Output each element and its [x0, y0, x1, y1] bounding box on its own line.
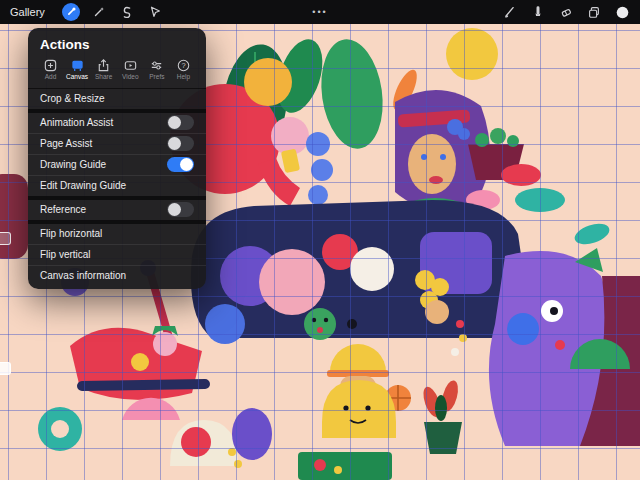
svg-text:?: ?: [181, 61, 185, 70]
actions-tab-bar: Add Canvas Share Video Prefs: [28, 57, 206, 88]
selection-icon[interactable]: [116, 1, 138, 23]
menu-section-crop: Crop & Resize: [28, 88, 206, 109]
smudge-icon[interactable]: [527, 1, 549, 23]
menu-item-page-assist[interactable]: Page Assist: [28, 133, 206, 154]
page-assist-toggle[interactable]: [167, 136, 194, 151]
sidebar-modify-button[interactable]: [0, 232, 11, 245]
animation-assist-toggle[interactable]: [167, 115, 194, 130]
tab-canvas[interactable]: Canvas: [65, 58, 90, 81]
menu-item-drawing-guide[interactable]: Drawing Guide: [28, 154, 206, 175]
actions-menu: Actions Add Canvas Share Video: [28, 28, 206, 289]
transform-icon[interactable]: [144, 1, 166, 23]
tab-share[interactable]: Share: [91, 58, 116, 81]
drawing-guide-toggle[interactable]: [167, 157, 194, 172]
paint-icon[interactable]: [499, 1, 521, 23]
adjustments-icon[interactable]: [88, 1, 110, 23]
menu-section-reference: Reference: [28, 196, 206, 220]
menu-item-flip-horizontal[interactable]: Flip horizontal: [28, 224, 206, 244]
tab-video[interactable]: Video: [118, 58, 143, 81]
procreate-app: Gallery •••: [0, 0, 640, 480]
tab-help[interactable]: ? Help: [171, 58, 196, 81]
erase-icon[interactable]: [555, 1, 577, 23]
top-toolbar: Gallery •••: [0, 0, 640, 24]
menu-item-edit-drawing-guide[interactable]: Edit Drawing Guide: [28, 175, 206, 196]
actions-menu-title: Actions: [28, 28, 206, 57]
menu-item-reference[interactable]: Reference: [28, 200, 206, 220]
layers-icon[interactable]: [583, 1, 605, 23]
menu-section-assists: Animation Assist Page Assist Drawing Gui…: [28, 109, 206, 196]
paint-tools-group: [496, 1, 636, 23]
sidebar-undo-button[interactable]: [0, 362, 11, 375]
menu-item-flip-vertical[interactable]: Flip vertical: [28, 244, 206, 265]
canvas-area[interactable]: Actions Add Canvas Share Video: [0, 24, 640, 480]
tab-prefs[interactable]: Prefs: [144, 58, 169, 81]
actions-icon[interactable]: [62, 3, 80, 21]
menu-item-canvas-information[interactable]: Canvas information: [28, 265, 206, 286]
tab-add[interactable]: Add: [38, 58, 63, 81]
color-swatch[interactable]: [611, 1, 633, 23]
menu-item-crop-resize[interactable]: Crop & Resize: [28, 89, 206, 109]
menu-item-animation-assist[interactable]: Animation Assist: [28, 113, 206, 133]
canvas-overflow-dots[interactable]: •••: [312, 7, 327, 17]
reference-toggle[interactable]: [167, 202, 194, 217]
gallery-button[interactable]: Gallery: [10, 6, 45, 18]
menu-section-flip-info: Flip horizontal Flip vertical Canvas inf…: [28, 220, 206, 286]
